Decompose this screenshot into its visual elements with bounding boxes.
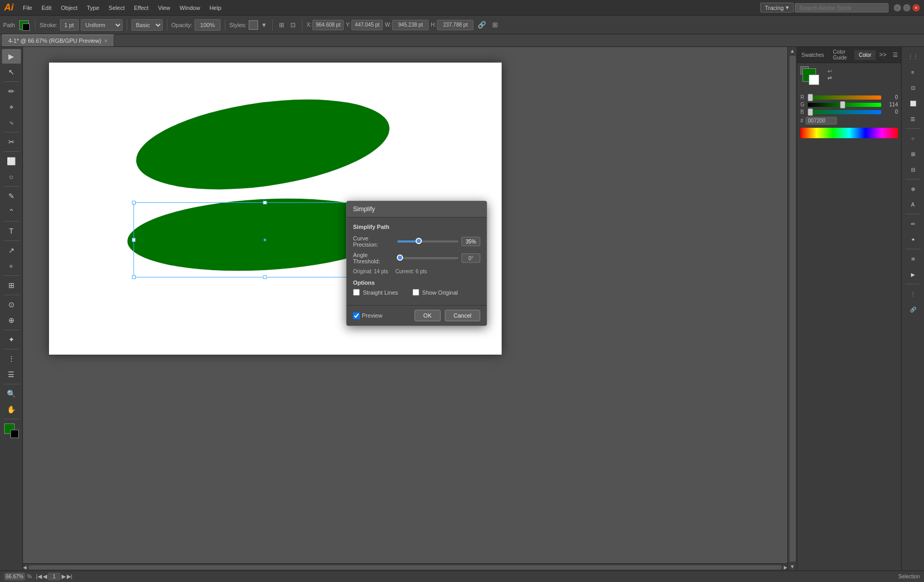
eyedropper-tool[interactable]: ⋮ bbox=[2, 351, 21, 366]
transform-panel-btn[interactable]: ⊕ bbox=[904, 181, 922, 196]
menu-object[interactable]: Object bbox=[57, 4, 82, 12]
panel-expand-btn[interactable]: >> bbox=[876, 49, 890, 60]
constrain-icon[interactable]: 🔗 bbox=[476, 20, 488, 30]
stroke-value-input[interactable] bbox=[60, 19, 79, 31]
artboard-input[interactable] bbox=[48, 573, 60, 580]
preview-checkbox[interactable] bbox=[353, 312, 360, 319]
b-thumb[interactable] bbox=[808, 108, 813, 116]
search-stock-input[interactable] bbox=[795, 3, 889, 13]
graphic-styles-btn[interactable]: ≋ bbox=[904, 251, 922, 266]
menu-help[interactable]: Help bbox=[205, 4, 226, 12]
pen-tool[interactable]: ✏ bbox=[2, 84, 21, 99]
maximize-button[interactable]: □ bbox=[903, 4, 910, 11]
last-page-btn[interactable]: ▶| bbox=[67, 573, 72, 580]
close-button[interactable]: × bbox=[913, 4, 920, 11]
panel-menu-icon[interactable]: ☰ bbox=[890, 50, 901, 60]
stroke-color-box[interactable] bbox=[10, 430, 19, 438]
type-tool[interactable]: T bbox=[2, 224, 21, 238]
symbol-panel-btn[interactable]: ✦ bbox=[904, 232, 922, 247]
opacity-input[interactable] bbox=[194, 19, 221, 31]
shape-builder-tool[interactable]: ⊞ bbox=[2, 278, 21, 293]
angle-threshold-thumb[interactable] bbox=[397, 254, 403, 261]
pencil-tool[interactable]: ✎ bbox=[2, 189, 21, 203]
measure-tool[interactable]: ☰ bbox=[2, 367, 21, 382]
swap-colors-icon[interactable]: ⇄ bbox=[828, 75, 832, 81]
links-panel-btn[interactable]: 🔗 bbox=[904, 302, 922, 317]
menu-file[interactable]: File bbox=[19, 4, 37, 12]
menu-effect[interactable]: Effect bbox=[130, 4, 153, 12]
cancel-button[interactable]: Cancel bbox=[445, 310, 480, 321]
r-thumb[interactable] bbox=[808, 94, 813, 101]
color-tab[interactable]: Color bbox=[855, 50, 876, 60]
b-track[interactable] bbox=[808, 110, 881, 114]
brush-panel-btn[interactable]: ✏ bbox=[904, 216, 922, 231]
align-icon[interactable]: ⊞ bbox=[277, 20, 286, 30]
canvas-area[interactable]: Simplify Simplify Path Curve Precision: bbox=[23, 47, 797, 571]
artboards-panel-btn[interactable]: ⬜ bbox=[904, 96, 922, 111]
menu-edit[interactable]: Edit bbox=[38, 4, 56, 12]
align-panel-btn[interactable]: ⊞ bbox=[904, 147, 922, 161]
curve-precision-thumb[interactable] bbox=[416, 238, 422, 244]
scroll-up-button[interactable]: ▲ bbox=[789, 47, 796, 55]
x-input[interactable] bbox=[312, 20, 344, 30]
h-input[interactable] bbox=[437, 20, 473, 30]
curvature-tool[interactable]: ⌖ bbox=[2, 100, 21, 114]
image-trace-btn[interactable]: ⋮ bbox=[904, 286, 922, 301]
straight-lines-checkbox[interactable] bbox=[353, 289, 360, 296]
hex-input[interactable] bbox=[806, 117, 837, 125]
ok-button[interactable]: OK bbox=[415, 310, 441, 321]
color-guide-tab[interactable]: Color Guide bbox=[829, 47, 855, 63]
g-thumb[interactable] bbox=[840, 101, 845, 108]
layers-panel-btn[interactable]: ⊡ bbox=[904, 80, 922, 95]
swatches-tab[interactable]: Swatches bbox=[797, 50, 829, 60]
r-track[interactable] bbox=[808, 95, 881, 100]
menu-window[interactable]: Window bbox=[176, 4, 204, 12]
blend-tool[interactable]: ✦ bbox=[2, 332, 21, 347]
tracing-button[interactable]: Tracing ▾ bbox=[760, 3, 794, 13]
scroll-left-button[interactable]: ◀ bbox=[23, 565, 27, 570]
selection-tool[interactable]: ▶ bbox=[2, 49, 21, 64]
vertical-scrollbar[interactable]: ▲ ▼ bbox=[787, 47, 797, 571]
stroke-style-dropdown[interactable]: Uniform bbox=[81, 19, 123, 31]
menu-type[interactable]: Type bbox=[83, 4, 104, 12]
angle-threshold-track[interactable] bbox=[397, 257, 458, 259]
stroke-swatch[interactable] bbox=[22, 23, 30, 31]
scissors-tool[interactable]: ✂ bbox=[2, 135, 21, 149]
curve-precision-track[interactable] bbox=[397, 240, 458, 242]
menu-view[interactable]: View bbox=[154, 4, 175, 12]
y-input[interactable] bbox=[351, 20, 383, 30]
glyphs-panel-btn[interactable]: A bbox=[904, 197, 922, 212]
color-spectrum[interactable] bbox=[800, 128, 898, 138]
gradient-tool[interactable]: ⊙ bbox=[2, 297, 21, 312]
w-input[interactable] bbox=[392, 20, 429, 30]
g-track[interactable] bbox=[808, 103, 881, 107]
background-color-swatch[interactable] bbox=[809, 75, 819, 85]
ellipse-tool[interactable]: ○ bbox=[2, 169, 21, 184]
actions-panel-btn[interactable]: ▶ bbox=[904, 267, 922, 282]
reset-colors-icon[interactable]: ↩ bbox=[828, 68, 832, 74]
menu-select[interactable]: Select bbox=[104, 4, 129, 12]
scroll-down-button[interactable]: ▼ bbox=[789, 563, 796, 571]
prev-page-btn[interactable]: ◀ bbox=[43, 573, 47, 580]
scale-tool[interactable]: ≡ bbox=[2, 259, 21, 273]
zoom-tool[interactable]: 🔍 bbox=[2, 386, 21, 401]
next-page-btn[interactable]: ▶ bbox=[62, 573, 66, 580]
pathfinder-panel-btn[interactable]: ⊟ bbox=[904, 162, 922, 177]
styles-dropdown-btn[interactable]: ▾ bbox=[260, 20, 268, 30]
assets-panel-btn[interactable]: ☰ bbox=[904, 112, 922, 126]
minimize-button[interactable]: − bbox=[894, 4, 901, 11]
rectangle-tool[interactable]: ⬜ bbox=[2, 154, 21, 168]
scroll-thumb[interactable] bbox=[789, 56, 796, 562]
scroll-right-button[interactable]: ▶ bbox=[784, 565, 787, 570]
properties-panel-btn[interactable]: ≡ bbox=[904, 65, 922, 79]
document-tab[interactable]: 4-1* @ 66.67% (RGB/GPU Preview) × bbox=[2, 34, 114, 46]
hand-tool[interactable]: ✋ bbox=[2, 402, 21, 417]
libraries-panel-btn[interactable]: ⋮⋮ bbox=[904, 49, 922, 64]
rotate-tool[interactable]: ↗ bbox=[2, 243, 21, 258]
align-anchor-icon[interactable]: ⊞ bbox=[490, 20, 500, 30]
horizontal-scrollbar[interactable]: ◀ ▶ bbox=[23, 563, 787, 571]
scroll-h-thumb[interactable] bbox=[29, 565, 782, 569]
curve-precision-value[interactable] bbox=[461, 237, 480, 246]
first-page-btn[interactable]: |◀ bbox=[36, 573, 42, 580]
zoom-input[interactable] bbox=[4, 573, 25, 580]
